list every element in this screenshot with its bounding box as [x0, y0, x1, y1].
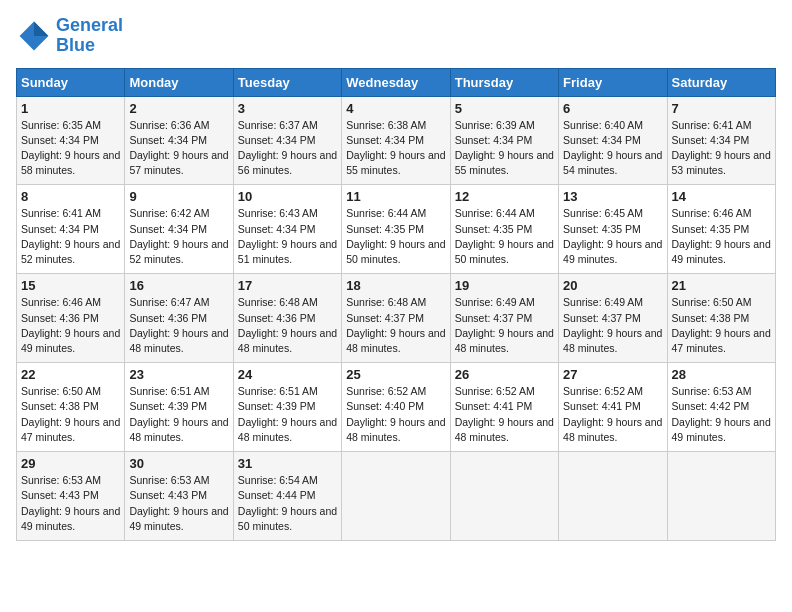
- calendar-week-row: 29 Sunrise: 6:53 AM Sunset: 4:43 PM Dayl…: [17, 452, 776, 541]
- day-number: 24: [238, 367, 337, 382]
- day-number: 5: [455, 101, 554, 116]
- day-info: Sunrise: 6:43 AM Sunset: 4:34 PM Dayligh…: [238, 206, 337, 267]
- day-number: 21: [672, 278, 771, 293]
- calendar-cell: 12 Sunrise: 6:44 AM Sunset: 4:35 PM Dayl…: [450, 185, 558, 274]
- day-number: 22: [21, 367, 120, 382]
- calendar-cell: 8 Sunrise: 6:41 AM Sunset: 4:34 PM Dayli…: [17, 185, 125, 274]
- day-number: 17: [238, 278, 337, 293]
- calendar-header-row: SundayMondayTuesdayWednesdayThursdayFrid…: [17, 68, 776, 96]
- calendar-week-row: 22 Sunrise: 6:50 AM Sunset: 4:38 PM Dayl…: [17, 363, 776, 452]
- calendar-week-row: 1 Sunrise: 6:35 AM Sunset: 4:34 PM Dayli…: [17, 96, 776, 185]
- calendar-week-row: 8 Sunrise: 6:41 AM Sunset: 4:34 PM Dayli…: [17, 185, 776, 274]
- day-number: 30: [129, 456, 228, 471]
- day-info: Sunrise: 6:39 AM Sunset: 4:34 PM Dayligh…: [455, 118, 554, 179]
- calendar-cell: 9 Sunrise: 6:42 AM Sunset: 4:34 PM Dayli…: [125, 185, 233, 274]
- day-number: 4: [346, 101, 445, 116]
- calendar-cell: 21 Sunrise: 6:50 AM Sunset: 4:38 PM Dayl…: [667, 274, 775, 363]
- calendar-cell: 6 Sunrise: 6:40 AM Sunset: 4:34 PM Dayli…: [559, 96, 667, 185]
- day-number: 3: [238, 101, 337, 116]
- day-info: Sunrise: 6:52 AM Sunset: 4:41 PM Dayligh…: [563, 384, 662, 445]
- column-header-thursday: Thursday: [450, 68, 558, 96]
- day-info: Sunrise: 6:36 AM Sunset: 4:34 PM Dayligh…: [129, 118, 228, 179]
- calendar-cell: 11 Sunrise: 6:44 AM Sunset: 4:35 PM Dayl…: [342, 185, 450, 274]
- logo: General Blue: [16, 16, 123, 56]
- page-header: General Blue: [16, 16, 776, 56]
- calendar-cell: [559, 452, 667, 541]
- day-info: Sunrise: 6:49 AM Sunset: 4:37 PM Dayligh…: [455, 295, 554, 356]
- calendar-week-row: 15 Sunrise: 6:46 AM Sunset: 4:36 PM Dayl…: [17, 274, 776, 363]
- calendar-cell: 7 Sunrise: 6:41 AM Sunset: 4:34 PM Dayli…: [667, 96, 775, 185]
- day-number: 31: [238, 456, 337, 471]
- day-number: 9: [129, 189, 228, 204]
- calendar-cell: 27 Sunrise: 6:52 AM Sunset: 4:41 PM Dayl…: [559, 363, 667, 452]
- day-info: Sunrise: 6:51 AM Sunset: 4:39 PM Dayligh…: [129, 384, 228, 445]
- calendar-cell: 31 Sunrise: 6:54 AM Sunset: 4:44 PM Dayl…: [233, 452, 341, 541]
- day-info: Sunrise: 6:50 AM Sunset: 4:38 PM Dayligh…: [672, 295, 771, 356]
- day-number: 19: [455, 278, 554, 293]
- day-info: Sunrise: 6:53 AM Sunset: 4:43 PM Dayligh…: [129, 473, 228, 534]
- day-number: 20: [563, 278, 662, 293]
- day-number: 14: [672, 189, 771, 204]
- day-info: Sunrise: 6:41 AM Sunset: 4:34 PM Dayligh…: [21, 206, 120, 267]
- day-info: Sunrise: 6:46 AM Sunset: 4:36 PM Dayligh…: [21, 295, 120, 356]
- calendar-cell: [342, 452, 450, 541]
- day-info: Sunrise: 6:46 AM Sunset: 4:35 PM Dayligh…: [672, 206, 771, 267]
- calendar-cell: 5 Sunrise: 6:39 AM Sunset: 4:34 PM Dayli…: [450, 96, 558, 185]
- column-header-tuesday: Tuesday: [233, 68, 341, 96]
- calendar-cell: 24 Sunrise: 6:51 AM Sunset: 4:39 PM Dayl…: [233, 363, 341, 452]
- day-info: Sunrise: 6:35 AM Sunset: 4:34 PM Dayligh…: [21, 118, 120, 179]
- calendar-cell: 29 Sunrise: 6:53 AM Sunset: 4:43 PM Dayl…: [17, 452, 125, 541]
- day-number: 15: [21, 278, 120, 293]
- day-number: 2: [129, 101, 228, 116]
- day-number: 28: [672, 367, 771, 382]
- day-info: Sunrise: 6:48 AM Sunset: 4:37 PM Dayligh…: [346, 295, 445, 356]
- day-number: 29: [21, 456, 120, 471]
- day-number: 13: [563, 189, 662, 204]
- calendar-cell: 3 Sunrise: 6:37 AM Sunset: 4:34 PM Dayli…: [233, 96, 341, 185]
- day-info: Sunrise: 6:41 AM Sunset: 4:34 PM Dayligh…: [672, 118, 771, 179]
- day-info: Sunrise: 6:54 AM Sunset: 4:44 PM Dayligh…: [238, 473, 337, 534]
- day-info: Sunrise: 6:37 AM Sunset: 4:34 PM Dayligh…: [238, 118, 337, 179]
- calendar-cell: 26 Sunrise: 6:52 AM Sunset: 4:41 PM Dayl…: [450, 363, 558, 452]
- day-number: 27: [563, 367, 662, 382]
- day-info: Sunrise: 6:40 AM Sunset: 4:34 PM Dayligh…: [563, 118, 662, 179]
- day-info: Sunrise: 6:49 AM Sunset: 4:37 PM Dayligh…: [563, 295, 662, 356]
- day-info: Sunrise: 6:50 AM Sunset: 4:38 PM Dayligh…: [21, 384, 120, 445]
- calendar-cell: 28 Sunrise: 6:53 AM Sunset: 4:42 PM Dayl…: [667, 363, 775, 452]
- day-info: Sunrise: 6:44 AM Sunset: 4:35 PM Dayligh…: [455, 206, 554, 267]
- calendar-cell: [450, 452, 558, 541]
- calendar-cell: 10 Sunrise: 6:43 AM Sunset: 4:34 PM Dayl…: [233, 185, 341, 274]
- day-number: 1: [21, 101, 120, 116]
- day-info: Sunrise: 6:52 AM Sunset: 4:41 PM Dayligh…: [455, 384, 554, 445]
- calendar-cell: 19 Sunrise: 6:49 AM Sunset: 4:37 PM Dayl…: [450, 274, 558, 363]
- column-header-wednesday: Wednesday: [342, 68, 450, 96]
- calendar-cell: 14 Sunrise: 6:46 AM Sunset: 4:35 PM Dayl…: [667, 185, 775, 274]
- day-number: 12: [455, 189, 554, 204]
- day-info: Sunrise: 6:42 AM Sunset: 4:34 PM Dayligh…: [129, 206, 228, 267]
- day-number: 10: [238, 189, 337, 204]
- calendar-cell: 13 Sunrise: 6:45 AM Sunset: 4:35 PM Dayl…: [559, 185, 667, 274]
- calendar-cell: 25 Sunrise: 6:52 AM Sunset: 4:40 PM Dayl…: [342, 363, 450, 452]
- calendar-cell: 1 Sunrise: 6:35 AM Sunset: 4:34 PM Dayli…: [17, 96, 125, 185]
- day-number: 18: [346, 278, 445, 293]
- day-info: Sunrise: 6:45 AM Sunset: 4:35 PM Dayligh…: [563, 206, 662, 267]
- calendar-cell: 4 Sunrise: 6:38 AM Sunset: 4:34 PM Dayli…: [342, 96, 450, 185]
- day-number: 7: [672, 101, 771, 116]
- day-info: Sunrise: 6:48 AM Sunset: 4:36 PM Dayligh…: [238, 295, 337, 356]
- calendar-cell: 16 Sunrise: 6:47 AM Sunset: 4:36 PM Dayl…: [125, 274, 233, 363]
- column-header-saturday: Saturday: [667, 68, 775, 96]
- day-info: Sunrise: 6:52 AM Sunset: 4:40 PM Dayligh…: [346, 384, 445, 445]
- calendar-cell: [667, 452, 775, 541]
- day-number: 26: [455, 367, 554, 382]
- calendar-cell: 20 Sunrise: 6:49 AM Sunset: 4:37 PM Dayl…: [559, 274, 667, 363]
- day-number: 16: [129, 278, 228, 293]
- calendar-cell: 2 Sunrise: 6:36 AM Sunset: 4:34 PM Dayli…: [125, 96, 233, 185]
- calendar-table: SundayMondayTuesdayWednesdayThursdayFrid…: [16, 68, 776, 541]
- day-info: Sunrise: 6:51 AM Sunset: 4:39 PM Dayligh…: [238, 384, 337, 445]
- day-info: Sunrise: 6:47 AM Sunset: 4:36 PM Dayligh…: [129, 295, 228, 356]
- logo-text: General Blue: [56, 16, 123, 56]
- column-header-sunday: Sunday: [17, 68, 125, 96]
- column-header-monday: Monday: [125, 68, 233, 96]
- calendar-cell: 30 Sunrise: 6:53 AM Sunset: 4:43 PM Dayl…: [125, 452, 233, 541]
- calendar-cell: 17 Sunrise: 6:48 AM Sunset: 4:36 PM Dayl…: [233, 274, 341, 363]
